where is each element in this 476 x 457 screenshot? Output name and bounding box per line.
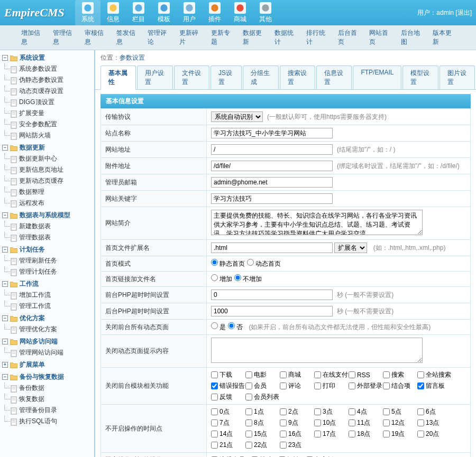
tab-FTP/EMAIL[interactable]: FTP/EMAIL — [353, 66, 401, 89]
tree-item[interactable]: 伪静态参数设置 — [0, 74, 94, 86]
tree-item[interactable]: 更新信息页地址 — [0, 164, 94, 175]
tree-item[interactable]: 网站防火墙 — [0, 130, 94, 141]
tree-item[interactable]: 数据整理 — [0, 186, 94, 198]
tab-分组生成[interactable]: 分组生成 — [243, 66, 278, 89]
submenu-item[interactable]: 更新碎片 — [179, 29, 202, 46]
tree-item[interactable]: 管理优化方案 — [0, 324, 94, 335]
closemod-cb[interactable] — [280, 371, 287, 378]
submenu-item[interactable]: 管理信息 — [53, 29, 75, 46]
closemod-cb[interactable] — [417, 371, 424, 378]
hour-cb[interactable] — [417, 408, 424, 415]
submenu-item[interactable]: 后台首页 — [338, 29, 360, 46]
hour-cb[interactable] — [383, 419, 390, 426]
hour-cb[interactable] — [280, 431, 287, 437]
tree-toggle-icon[interactable]: − — [2, 55, 8, 61]
hour-cb[interactable] — [245, 431, 252, 437]
submenu-item[interactable]: 网站首页 — [369, 29, 391, 46]
siteurl-input[interactable] — [211, 144, 333, 155]
hour-cb[interactable] — [417, 419, 424, 426]
tree-group-header[interactable]: −优化方案 — [0, 313, 94, 324]
tree-group-header[interactable]: −网站多访问端 — [0, 336, 94, 347]
submenu-item[interactable]: 排行统计 — [306, 29, 328, 46]
tree-item[interactable]: 数据更新中心 — [0, 153, 94, 164]
tree-item[interactable]: 执行SQL语句 — [0, 416, 94, 427]
breadcrumb-link[interactable]: 参数设置 — [120, 54, 145, 61]
main-content[interactable]: 位置：参数设置 基本属性用户设置文件设置JS设置分组生成搜索设置信息设置FTP/… — [95, 50, 476, 457]
tab-搜索设置[interactable]: 搜索设置 — [280, 66, 315, 89]
tree-group-header[interactable]: −备份与恢复数据 — [0, 371, 94, 383]
hour-cb[interactable] — [211, 419, 218, 426]
tab-JS设置[interactable]: JS设置 — [210, 66, 242, 89]
closemod-cb[interactable] — [314, 371, 321, 378]
tree-item[interactable]: 恢复数据 — [0, 394, 94, 405]
hour-cb[interactable] — [349, 419, 355, 426]
hour-cb[interactable] — [383, 431, 390, 437]
tab-信息设置[interactable]: 信息设置 — [316, 66, 352, 89]
closemod-cb[interactable] — [211, 394, 218, 400]
topnav-信息[interactable]: 信息 — [100, 0, 126, 26]
tree-group-header[interactable]: −数据更新 — [0, 142, 94, 153]
closedyn-no-radio[interactable] — [228, 322, 235, 329]
link-noadd-radio[interactable] — [234, 274, 241, 281]
tree-item[interactable]: 新建数据表 — [0, 221, 94, 232]
mode-static-radio[interactable] — [211, 259, 218, 266]
submenu-item[interactable]: 管理评论 — [148, 29, 170, 46]
tree-item[interactable]: 管理计划任务 — [0, 266, 94, 277]
topnav-模板[interactable]: 模板 — [151, 0, 177, 26]
hour-cb[interactable] — [417, 431, 424, 437]
submenu-item[interactable]: 数据更新 — [243, 29, 265, 46]
submenu-item[interactable]: 更新专题 — [211, 29, 233, 46]
closemod-cb[interactable] — [349, 383, 355, 389]
keywords-input[interactable] — [211, 193, 333, 204]
link-add-radio[interactable] — [211, 274, 218, 281]
closemsg-textarea[interactable] — [211, 338, 423, 363]
topnav-商城[interactable]: 商城 — [227, 0, 253, 26]
closemod-cb[interactable] — [280, 383, 287, 389]
hour-cb[interactable] — [211, 431, 218, 437]
closemod-cb[interactable] — [314, 383, 321, 389]
tree-toggle-icon[interactable]: − — [2, 145, 8, 151]
hour-cb[interactable] — [349, 408, 355, 415]
tree-group-header[interactable]: −系统设置 — [0, 52, 94, 63]
topnav-插件[interactable]: 插件 — [202, 0, 227, 26]
tab-图片设置[interactable]: 图片设置 — [440, 66, 475, 89]
backtime-input[interactable] — [211, 306, 333, 316]
closemod-cb[interactable] — [211, 371, 218, 378]
closedyn-yes-radio[interactable] — [211, 322, 218, 329]
fileurl-input[interactable] — [211, 161, 333, 171]
submenu-item[interactable]: 签发信息 — [116, 29, 139, 46]
hour-cb[interactable] — [245, 442, 252, 449]
logout-link[interactable]: 退出 — [457, 9, 470, 16]
hour-cb[interactable] — [280, 419, 287, 426]
submenu-item[interactable]: 审核信息 — [85, 29, 107, 46]
tree-toggle-icon[interactable]: − — [2, 281, 8, 287]
tree-item[interactable]: 管理网站访问端 — [0, 347, 94, 358]
submenu-item[interactable]: 增加信息 — [21, 29, 43, 46]
tab-模型设置[interactable]: 模型设置 — [402, 66, 438, 89]
tree-toggle-icon[interactable]: + — [2, 362, 8, 368]
tree-item[interactable]: 更新动态页缓存 — [0, 175, 94, 186]
topnav-其他[interactable]: 其他 — [253, 0, 278, 26]
hour-cb[interactable] — [280, 442, 287, 449]
closemod-cb[interactable] — [245, 383, 252, 389]
submenu-item[interactable]: 版本更新 — [433, 29, 455, 46]
hour-cb[interactable] — [211, 442, 218, 449]
tab-基本属性[interactable]: 基本属性 — [100, 66, 136, 90]
tree-group-header[interactable]: −计划任务 — [0, 244, 94, 255]
tree-item[interactable]: 备份数据 — [0, 383, 94, 394]
closemod-cb[interactable] — [245, 371, 252, 378]
hour-cb[interactable] — [280, 408, 287, 415]
tree-group-header[interactable]: −数据表与系统模型 — [0, 210, 94, 221]
tree-item[interactable]: 增加工作流 — [0, 290, 94, 301]
closemod-cb[interactable] — [417, 383, 424, 389]
hour-cb[interactable] — [314, 431, 321, 437]
topnav-栏目[interactable]: 栏目 — [126, 0, 151, 26]
fronttime-input[interactable] — [211, 290, 333, 300]
hour-cb[interactable] — [211, 408, 218, 415]
closemod-cb[interactable] — [383, 383, 390, 389]
topnav-用户[interactable]: 用户 — [177, 0, 202, 26]
tree-toggle-icon[interactable]: − — [2, 212, 8, 218]
intro-textarea[interactable]: 主要提供免费的技能、特长、知识综合在线学习网站，各行各业学习资讯供大家学习参考，… — [211, 210, 423, 235]
closemod-cb[interactable] — [245, 394, 252, 400]
hour-cb[interactable] — [245, 419, 252, 426]
